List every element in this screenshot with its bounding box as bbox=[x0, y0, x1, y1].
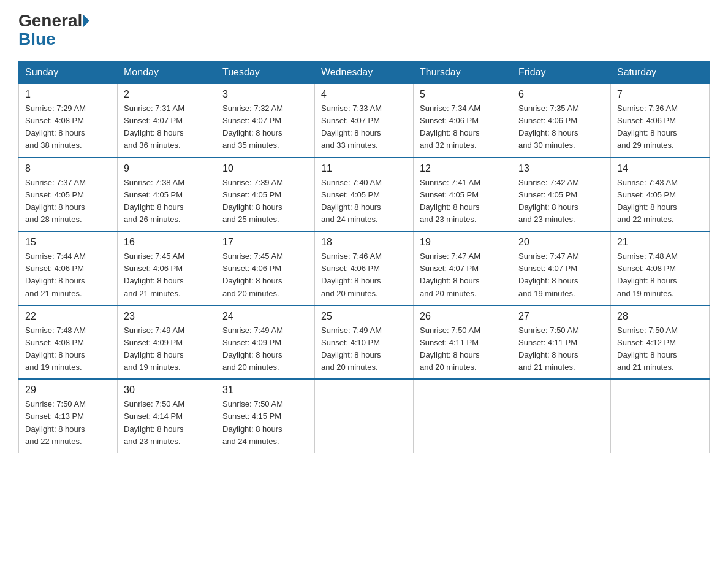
logo-arrow-icon bbox=[83, 15, 89, 27]
day-cell-7: 7 Sunrise: 7:36 AM Sunset: 4:06 PM Dayli… bbox=[611, 83, 710, 158]
day-number: 18 bbox=[321, 237, 407, 248]
day-cell-18: 18 Sunrise: 7:46 AM Sunset: 4:06 PM Dayl… bbox=[315, 231, 414, 305]
day-info: Sunrise: 7:37 AM Sunset: 4:05 PM Dayligh… bbox=[25, 177, 111, 226]
day-number: 23 bbox=[124, 311, 210, 322]
day-number: 3 bbox=[222, 89, 308, 100]
day-info: Sunrise: 7:50 AM Sunset: 4:11 PM Dayligh… bbox=[518, 324, 604, 374]
day-info: Sunrise: 7:46 AM Sunset: 4:06 PM Dayligh… bbox=[321, 250, 407, 300]
day-info: Sunrise: 7:47 AM Sunset: 4:07 PM Dayligh… bbox=[420, 250, 506, 300]
day-cell-30: 30 Sunrise: 7:50 AM Sunset: 4:14 PM Dayl… bbox=[118, 379, 216, 453]
day-cell-10: 10 Sunrise: 7:39 AM Sunset: 4:05 PM Dayl… bbox=[216, 158, 315, 232]
day-cell-22: 22 Sunrise: 7:48 AM Sunset: 4:08 PM Dayl… bbox=[19, 305, 118, 380]
day-cell-9: 9 Sunrise: 7:38 AM Sunset: 4:05 PM Dayli… bbox=[118, 158, 216, 232]
day-cell-2: 2 Sunrise: 7:31 AM Sunset: 4:07 PM Dayli… bbox=[118, 83, 216, 158]
header-row: SundayMondayTuesdayWednesdayThursdayFrid… bbox=[19, 62, 710, 84]
empty-cell bbox=[315, 379, 414, 453]
day-number: 7 bbox=[617, 89, 703, 100]
col-header-wednesday: Wednesday bbox=[315, 62, 414, 84]
day-info: Sunrise: 7:45 AM Sunset: 4:06 PM Dayligh… bbox=[222, 250, 308, 300]
day-cell-1: 1 Sunrise: 7:29 AM Sunset: 4:08 PM Dayli… bbox=[19, 83, 118, 158]
day-info: Sunrise: 7:48 AM Sunset: 4:08 PM Dayligh… bbox=[25, 324, 111, 374]
day-info: Sunrise: 7:47 AM Sunset: 4:07 PM Dayligh… bbox=[518, 250, 604, 300]
day-number: 29 bbox=[25, 385, 111, 396]
day-number: 6 bbox=[518, 89, 604, 100]
day-number: 9 bbox=[124, 163, 210, 174]
day-info: Sunrise: 7:50 AM Sunset: 4:12 PM Dayligh… bbox=[617, 324, 703, 374]
day-number: 2 bbox=[124, 89, 210, 100]
day-number: 12 bbox=[420, 163, 506, 174]
week-row-5: 29 Sunrise: 7:50 AM Sunset: 4:13 PM Dayl… bbox=[19, 379, 710, 453]
day-number: 27 bbox=[518, 311, 604, 322]
day-info: Sunrise: 7:38 AM Sunset: 4:05 PM Dayligh… bbox=[124, 177, 210, 226]
logo-blue: Blue bbox=[18, 29, 56, 49]
day-number: 19 bbox=[420, 237, 506, 248]
week-row-2: 8 Sunrise: 7:37 AM Sunset: 4:05 PM Dayli… bbox=[19, 158, 710, 232]
col-header-monday: Monday bbox=[118, 62, 216, 84]
day-cell-3: 3 Sunrise: 7:32 AM Sunset: 4:07 PM Dayli… bbox=[216, 83, 315, 158]
empty-cell bbox=[512, 379, 611, 453]
day-number: 25 bbox=[321, 311, 407, 322]
day-number: 31 bbox=[222, 385, 308, 396]
day-info: Sunrise: 7:41 AM Sunset: 4:05 PM Dayligh… bbox=[420, 177, 506, 226]
logo-general: General bbox=[18, 12, 82, 29]
day-info: Sunrise: 7:35 AM Sunset: 4:06 PM Dayligh… bbox=[518, 102, 604, 152]
day-cell-16: 16 Sunrise: 7:45 AM Sunset: 4:06 PM Dayl… bbox=[118, 231, 216, 305]
week-row-1: 1 Sunrise: 7:29 AM Sunset: 4:08 PM Dayli… bbox=[19, 83, 710, 158]
day-info: Sunrise: 7:50 AM Sunset: 4:15 PM Dayligh… bbox=[222, 398, 308, 448]
day-cell-20: 20 Sunrise: 7:47 AM Sunset: 4:07 PM Dayl… bbox=[512, 231, 611, 305]
day-number: 30 bbox=[124, 385, 210, 396]
day-cell-14: 14 Sunrise: 7:43 AM Sunset: 4:05 PM Dayl… bbox=[611, 158, 710, 232]
day-info: Sunrise: 7:49 AM Sunset: 4:09 PM Dayligh… bbox=[124, 324, 210, 374]
day-number: 26 bbox=[420, 311, 506, 322]
logo: General Blue bbox=[18, 12, 91, 49]
day-info: Sunrise: 7:29 AM Sunset: 4:08 PM Dayligh… bbox=[25, 102, 111, 152]
day-cell-6: 6 Sunrise: 7:35 AM Sunset: 4:06 PM Dayli… bbox=[512, 83, 611, 158]
calendar-table: SundayMondayTuesdayWednesdayThursdayFrid… bbox=[18, 61, 710, 453]
day-cell-21: 21 Sunrise: 7:48 AM Sunset: 4:08 PM Dayl… bbox=[611, 231, 710, 305]
day-number: 11 bbox=[321, 163, 407, 174]
day-number: 16 bbox=[124, 237, 210, 248]
day-number: 5 bbox=[420, 89, 506, 100]
day-cell-19: 19 Sunrise: 7:47 AM Sunset: 4:07 PM Dayl… bbox=[414, 231, 512, 305]
page-header: General Blue bbox=[18, 12, 710, 49]
day-info: Sunrise: 7:48 AM Sunset: 4:08 PM Dayligh… bbox=[617, 250, 703, 300]
day-cell-5: 5 Sunrise: 7:34 AM Sunset: 4:06 PM Dayli… bbox=[414, 83, 512, 158]
day-info: Sunrise: 7:31 AM Sunset: 4:07 PM Dayligh… bbox=[124, 102, 210, 152]
day-number: 21 bbox=[617, 237, 703, 248]
col-header-thursday: Thursday bbox=[414, 62, 512, 84]
day-cell-13: 13 Sunrise: 7:42 AM Sunset: 4:05 PM Dayl… bbox=[512, 158, 611, 232]
day-info: Sunrise: 7:44 AM Sunset: 4:06 PM Dayligh… bbox=[25, 250, 111, 300]
day-info: Sunrise: 7:42 AM Sunset: 4:05 PM Dayligh… bbox=[518, 177, 604, 226]
week-row-4: 22 Sunrise: 7:48 AM Sunset: 4:08 PM Dayl… bbox=[19, 305, 710, 380]
day-cell-29: 29 Sunrise: 7:50 AM Sunset: 4:13 PM Dayl… bbox=[19, 379, 118, 453]
day-number: 20 bbox=[518, 237, 604, 248]
day-number: 4 bbox=[321, 89, 407, 100]
day-info: Sunrise: 7:50 AM Sunset: 4:11 PM Dayligh… bbox=[420, 324, 506, 374]
day-info: Sunrise: 7:40 AM Sunset: 4:05 PM Dayligh… bbox=[321, 177, 407, 226]
day-number: 10 bbox=[222, 163, 308, 174]
day-cell-27: 27 Sunrise: 7:50 AM Sunset: 4:11 PM Dayl… bbox=[512, 305, 611, 380]
day-info: Sunrise: 7:43 AM Sunset: 4:05 PM Dayligh… bbox=[617, 177, 703, 226]
day-info: Sunrise: 7:33 AM Sunset: 4:07 PM Dayligh… bbox=[321, 102, 407, 152]
day-number: 24 bbox=[222, 311, 308, 322]
day-info: Sunrise: 7:50 AM Sunset: 4:14 PM Dayligh… bbox=[124, 398, 210, 448]
day-cell-28: 28 Sunrise: 7:50 AM Sunset: 4:12 PM Dayl… bbox=[611, 305, 710, 380]
col-header-saturday: Saturday bbox=[611, 62, 710, 84]
day-number: 28 bbox=[617, 311, 703, 322]
day-info: Sunrise: 7:49 AM Sunset: 4:09 PM Dayligh… bbox=[222, 324, 308, 374]
day-info: Sunrise: 7:34 AM Sunset: 4:06 PM Dayligh… bbox=[420, 102, 506, 152]
day-cell-25: 25 Sunrise: 7:49 AM Sunset: 4:10 PM Dayl… bbox=[315, 305, 414, 380]
day-cell-11: 11 Sunrise: 7:40 AM Sunset: 4:05 PM Dayl… bbox=[315, 158, 414, 232]
day-cell-4: 4 Sunrise: 7:33 AM Sunset: 4:07 PM Dayli… bbox=[315, 83, 414, 158]
empty-cell bbox=[611, 379, 710, 453]
week-row-3: 15 Sunrise: 7:44 AM Sunset: 4:06 PM Dayl… bbox=[19, 231, 710, 305]
day-cell-26: 26 Sunrise: 7:50 AM Sunset: 4:11 PM Dayl… bbox=[414, 305, 512, 380]
day-cell-12: 12 Sunrise: 7:41 AM Sunset: 4:05 PM Dayl… bbox=[414, 158, 512, 232]
empty-cell bbox=[414, 379, 512, 453]
day-info: Sunrise: 7:36 AM Sunset: 4:06 PM Dayligh… bbox=[617, 102, 703, 152]
day-cell-8: 8 Sunrise: 7:37 AM Sunset: 4:05 PM Dayli… bbox=[19, 158, 118, 232]
day-info: Sunrise: 7:50 AM Sunset: 4:13 PM Dayligh… bbox=[25, 398, 111, 448]
day-info: Sunrise: 7:45 AM Sunset: 4:06 PM Dayligh… bbox=[124, 250, 210, 300]
day-number: 15 bbox=[25, 237, 111, 248]
day-cell-24: 24 Sunrise: 7:49 AM Sunset: 4:09 PM Dayl… bbox=[216, 305, 315, 380]
